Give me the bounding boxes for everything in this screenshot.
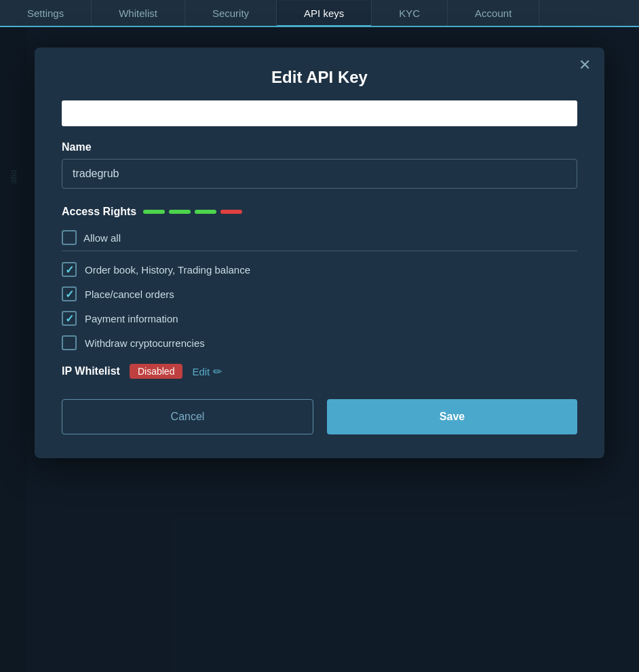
checkmark-place-orders: ✓ [65, 288, 74, 301]
tab-api-keys[interactable]: API keys [277, 1, 372, 26]
checkmark-order-book: ✓ [65, 263, 74, 276]
divider [62, 250, 577, 251]
tab-kyc[interactable]: KYC [372, 0, 448, 26]
name-label: Name [62, 141, 577, 153]
dot-4 [220, 210, 242, 214]
save-button[interactable]: Save [327, 399, 577, 434]
access-dots [143, 210, 242, 214]
tab-account[interactable]: Account [448, 0, 539, 26]
access-rights-title: Access Rights [62, 206, 136, 218]
checkbox-withdraw-box[interactable] [62, 335, 77, 350]
tab-whitelist[interactable]: Whitelist [92, 0, 185, 26]
allow-all-checkbox[interactable] [62, 230, 77, 245]
edit-api-key-modal: ✕ Edit API Key Name Access Rights Allow … [35, 48, 604, 458]
edit-label: Edit [192, 366, 210, 377]
ip-whitelist-row: IP Whitelist Disabled Edit ✏ [62, 364, 577, 379]
checkbox-payment-info: ✓ Payment information [62, 311, 577, 326]
modal-overlay: ✕ Edit API Key Name Access Rights Allow … [0, 27, 639, 672]
checkbox-withdraw: Withdraw cryptocurrencies [62, 335, 577, 350]
edit-pencil-icon: ✏ [213, 365, 222, 378]
close-button[interactable]: ✕ [579, 58, 591, 73]
ip-status-badge: Disabled [130, 364, 182, 379]
access-rights-header: Access Rights [62, 206, 577, 218]
name-input[interactable] [62, 159, 577, 189]
checkbox-withdraw-label: Withdraw cryptocurrencies [85, 337, 205, 349]
allow-all-label: Allow all [83, 232, 121, 244]
tab-settings[interactable]: Settings [0, 0, 92, 26]
dot-3 [195, 210, 216, 214]
ip-whitelist-label: IP Whitelist [62, 365, 120, 377]
edit-ip-link[interactable]: Edit ✏ [192, 365, 222, 378]
checkbox-order-book-box[interactable]: ✓ [62, 262, 77, 277]
checkbox-payment-info-box[interactable]: ✓ [62, 311, 77, 326]
button-row: Cancel Save [62, 399, 577, 434]
allow-all-row: Allow all [62, 230, 577, 245]
checkbox-place-orders-box[interactable]: ✓ [62, 286, 77, 301]
top-navigation: Settings Whitelist Security API keys KYC… [0, 0, 639, 27]
checkmark-payment-info: ✓ [65, 312, 74, 325]
modal-title: Edit API Key [62, 68, 577, 87]
dot-2 [169, 210, 191, 214]
checkbox-place-orders-label: Place/cancel orders [85, 288, 174, 300]
checkbox-order-book-label: Order book, History, Trading balance [85, 264, 250, 276]
checkbox-place-orders: ✓ Place/cancel orders [62, 286, 577, 301]
checkbox-payment-info-label: Payment information [85, 313, 178, 324]
checkbox-order-book: ✓ Order book, History, Trading balance [62, 262, 577, 277]
cancel-button[interactable]: Cancel [62, 399, 313, 434]
tab-security[interactable]: Security [185, 0, 277, 26]
api-key-display [62, 100, 577, 126]
dot-1 [143, 210, 165, 214]
